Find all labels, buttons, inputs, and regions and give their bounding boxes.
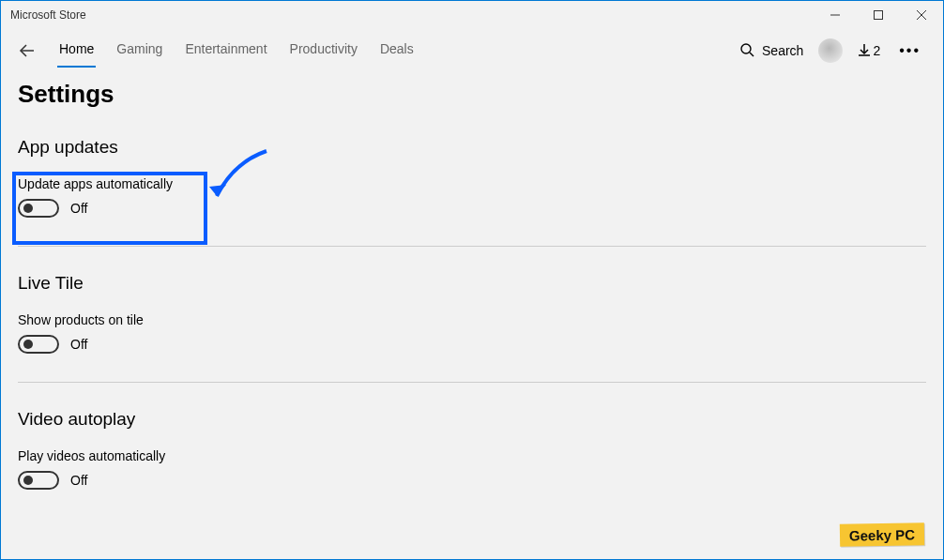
section-video-autoplay: Video autoplay Play videos automatically… [18,409,926,514]
search-button[interactable]: Search [739,42,803,60]
svg-line-6 [750,53,754,56]
svg-point-5 [741,44,751,53]
back-button[interactable] [10,34,44,68]
toggle-knob-icon [23,476,33,485]
toggle-knob-icon [23,340,33,349]
tab-productivity[interactable]: Productivity [288,36,359,66]
more-button[interactable]: ••• [895,42,924,59]
section-live-tile: Live Tile Show products on tile Off [18,273,926,378]
nav-right: Search 2 ••• [739,38,934,63]
window-title: Microsoft Store [10,8,86,22]
tab-entertainment[interactable]: Entertainment [183,36,268,66]
toggle-state-show-products: Off [70,337,87,352]
downloads-count: 2 [873,43,880,58]
toggle-play-videos[interactable] [18,471,59,490]
tab-home[interactable]: Home [57,36,96,66]
toggle-knob-icon [23,204,33,213]
watermark: Geeky PC [840,522,924,547]
minimize-button[interactable] [814,1,857,29]
section-heading-video-autoplay: Video autoplay [18,409,926,430]
page-title: Settings [18,80,926,109]
search-icon [739,42,754,60]
content: Settings App updates Update apps automat… [1,76,943,514]
search-label: Search [762,43,803,58]
setting-label-play-videos: Play videos automatically [18,448,926,463]
section-app-updates: App updates Update apps automatically Of… [18,137,926,242]
toggle-row-show-products: Off [18,335,926,354]
section-heading-app-updates: App updates [18,137,926,158]
toggle-row-update-apps: Off [18,199,926,218]
divider [18,246,926,247]
avatar[interactable] [818,38,843,63]
divider [18,382,926,383]
section-heading-live-tile: Live Tile [18,273,926,294]
download-icon [858,43,871,59]
setting-label-show-products: Show products on tile [18,312,926,327]
navbar: Home Gaming Entertainment Productivity D… [1,29,943,76]
close-button[interactable] [900,1,943,29]
toggle-show-products[interactable] [18,335,59,354]
toggle-row-play-videos: Off [18,471,926,490]
setting-label-update-apps: Update apps automatically [18,176,926,191]
nav-tabs: Home Gaming Entertainment Productivity D… [57,36,416,66]
maximize-button[interactable] [857,1,900,29]
downloads-button[interactable]: 2 [858,43,880,59]
toggle-state-update-apps: Off [70,201,87,216]
window-controls [814,1,943,29]
toggle-state-play-videos: Off [70,473,87,488]
tab-gaming[interactable]: Gaming [114,36,164,66]
ellipsis-icon: ••• [899,42,921,58]
tab-deals[interactable]: Deals [378,36,416,66]
toggle-update-apps[interactable] [18,199,59,218]
titlebar: Microsoft Store [1,1,943,29]
svg-rect-1 [875,11,883,20]
